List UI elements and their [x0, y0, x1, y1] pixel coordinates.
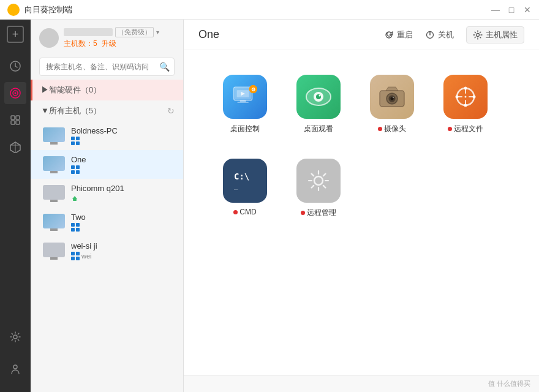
shutdown-label: 关机	[438, 29, 454, 40]
cmd-icon-wrapper: C:\ _	[223, 159, 267, 203]
close-button[interactable]: ✕	[523, 6, 532, 14]
host-info-one: One	[71, 155, 175, 174]
svg-rect-9	[16, 121, 20, 124]
remote-file-svg	[450, 81, 481, 113]
app-remote-mgmt[interactable]: 远程管理	[294, 159, 343, 218]
power-icon	[425, 30, 435, 40]
user-avatar-small[interactable]	[4, 358, 26, 380]
content-actions: 重启 关机 主机属性	[384, 26, 524, 43]
remote-file-icon-wrapper	[443, 75, 488, 119]
main-layout: +	[0, 20, 539, 392]
settings-icon	[473, 30, 483, 40]
monitor-icon	[43, 243, 65, 257]
host-info-boldness: Boldness-PC	[71, 126, 175, 145]
remote-mgmt-svg	[303, 165, 334, 197]
bottom-bar: 值 什么值得买	[184, 375, 539, 392]
all-hosts-header[interactable]: ▼所有主机（5） ↻	[31, 100, 183, 121]
camera-status-dot	[378, 127, 382, 131]
nav-grid[interactable]	[4, 109, 26, 131]
host-icon-two	[43, 214, 65, 231]
refresh-icon[interactable]: ↻	[167, 106, 175, 116]
account-name-row: （免费级） ▾	[64, 27, 175, 37]
host-icon-one	[43, 156, 65, 173]
monitor-stand	[50, 171, 58, 173]
monitor-stand	[50, 200, 58, 202]
minimize-button[interactable]: —	[491, 6, 500, 14]
search-wrapper: 🔍	[39, 58, 175, 76]
host-name: Phicomm q201	[71, 184, 175, 193]
camera-label: 摄像头	[378, 124, 406, 134]
host-icon-wei	[43, 243, 65, 260]
remote-mgmt-status-dot	[301, 211, 305, 215]
monitor-stand	[50, 228, 58, 231]
account-name	[64, 28, 113, 36]
camera-svg	[376, 83, 408, 110]
account-hosts-label: 主机数：5 升级	[64, 39, 175, 49]
desktop-view-icon-wrapper	[296, 75, 341, 119]
shutdown-button[interactable]: 关机	[425, 29, 454, 40]
cube-icon	[9, 141, 21, 153]
smart-hardware-section: ▶智能硬件（0）	[31, 80, 183, 100]
monitor-stand	[50, 257, 58, 260]
monitor-icon	[43, 214, 65, 228]
remote-file-status-dot	[448, 127, 452, 131]
chevron-down-icon[interactable]: ▾	[156, 29, 159, 36]
windows-icon	[71, 252, 80, 260]
host-item-boldness-pc[interactable]: Boldness-PC	[31, 121, 183, 150]
sidebar-panel: （免费级） ▾ 主机数：5 升级 🔍 ▶智能硬件（0） ▼所有主机（	[31, 20, 184, 392]
app-remote-file[interactable]: 远程文件	[441, 75, 490, 134]
restart-button[interactable]: 重启	[384, 29, 413, 40]
host-item-two[interactable]: Two	[31, 208, 183, 236]
all-hosts-section: ▼所有主机（5） ↻ Boldness-PC	[31, 100, 183, 265]
host-item-wei[interactable]: wei-si ji wei	[31, 236, 183, 265]
user-icon	[9, 363, 21, 375]
svg-point-43	[464, 104, 467, 107]
windows-icon	[71, 223, 80, 232]
host-os: wei	[71, 252, 175, 260]
windows-icon	[71, 137, 80, 145]
desktop-view-label: 桌面观看	[304, 124, 333, 134]
add-button[interactable]: +	[7, 26, 24, 43]
monitor-icon	[43, 156, 65, 171]
app-desktop-ctrl[interactable]: ⚙ 桌面控制	[221, 75, 270, 134]
svg-point-14	[13, 365, 17, 369]
app-camera[interactable]: 摄像头	[368, 75, 417, 134]
nav-target[interactable]	[4, 82, 26, 104]
left-icon-bar: +	[0, 20, 31, 392]
desktop-ctrl-label: 桌面控制	[230, 124, 260, 134]
content-area: One 重启 关机	[184, 20, 539, 392]
windows-icon	[71, 165, 80, 174]
search-input[interactable]	[39, 58, 175, 76]
properties-button[interactable]: 主机属性	[466, 26, 524, 43]
settings-nav-button[interactable]	[4, 326, 26, 348]
svg-point-45	[473, 96, 476, 99]
content-hostname: One	[198, 28, 219, 41]
android-icon	[71, 194, 78, 202]
svg-point-18	[477, 33, 480, 36]
svg-rect-8	[11, 121, 15, 124]
nav-clock[interactable]	[4, 55, 26, 77]
nav-cube[interactable]	[4, 136, 26, 158]
host-item-phicomm[interactable]: Phicomm q201	[31, 179, 183, 208]
maximize-button[interactable]: □	[507, 6, 516, 14]
desktop-view-svg	[303, 83, 334, 110]
monitor-stand	[50, 142, 58, 145]
svg-point-13	[13, 335, 17, 339]
host-os	[71, 137, 175, 145]
host-os	[71, 165, 175, 174]
clock-icon	[9, 60, 21, 72]
app-cmd[interactable]: C:\ _ CMD	[221, 159, 270, 218]
host-info-two: Two	[71, 213, 175, 232]
host-os	[71, 223, 175, 232]
host-item-one[interactable]: One	[31, 150, 183, 179]
search-section: 🔍	[31, 54, 183, 80]
app-desktop-view[interactable]: 桌面观看	[294, 75, 343, 134]
properties-label: 主机属性	[486, 29, 518, 40]
monitor-icon	[43, 185, 65, 200]
svg-rect-15	[73, 199, 77, 202]
account-section: （免费级） ▾ 主机数：5 升级	[31, 20, 183, 54]
smart-hardware-header[interactable]: ▶智能硬件（0）	[31, 80, 183, 100]
svg-point-30	[319, 95, 321, 97]
cmd-svg: C:\ _	[229, 167, 261, 194]
upgrade-button[interactable]: 升级	[102, 39, 116, 48]
